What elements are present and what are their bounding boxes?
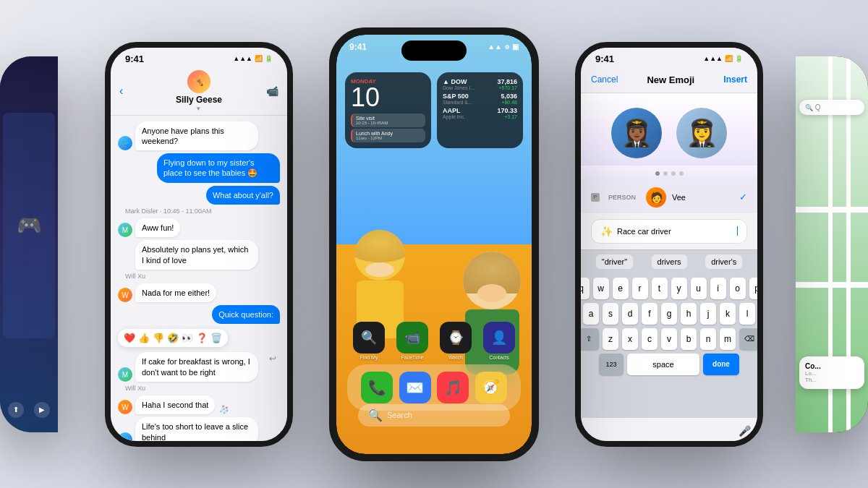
key-h[interactable]: h [681, 303, 697, 325]
maps-search-bar[interactable]: 🔍 Q [799, 100, 864, 115]
status-icons: ▲▲▲ 📶 🔋 [233, 55, 273, 62]
facetime-icon-wrap[interactable]: 📹 FaceTime [396, 322, 428, 360]
key-m[interactable]: m [720, 328, 736, 350]
message-row: M Aww fun! [118, 218, 280, 237]
key-t[interactable]: t [652, 278, 668, 299]
key-n[interactable]: n [700, 328, 716, 350]
tapback-trash[interactable]: 🗑️ [210, 333, 222, 343]
messages-nav: ‹ 🤸 Silly Geese ▾ 📹 [111, 67, 287, 116]
key-r[interactable]: r [632, 278, 648, 299]
emoji-avatar-2[interactable]: 👩‍✈️ [676, 108, 727, 158]
tapback-row[interactable]: ❤️ 👍 👎 🤣 👀 ❓ 🗑️ [118, 329, 228, 347]
dot-2 [663, 171, 668, 176]
key-i[interactable]: i [710, 278, 726, 299]
facetime-icon[interactable]: 📹 [396, 322, 428, 354]
edit-icon[interactable]: ↩ [269, 354, 276, 364]
find-my-icon[interactable]: 🔍 [353, 322, 385, 354]
tapback-laugh[interactable]: 🤣 [167, 333, 179, 343]
app-icons-row: 🔍 Find My 📹 FaceTime ⌚ Watch 👤 Contacts [347, 322, 521, 360]
tapback-thumbup[interactable]: 👍 [138, 333, 150, 343]
key-l[interactable]: l [739, 303, 755, 325]
contacts-icon-wrap[interactable]: 👤 Contacts [483, 322, 515, 360]
stocks-widget[interactable]: ▲ DOW 37,816 Dow Jones I... +570.17 S&P … [437, 72, 523, 148]
key-o[interactable]: o [730, 278, 746, 299]
chat-area: 🐦 Anyone have plans this weekend? Flying… [111, 116, 287, 441]
shift-key[interactable]: ⇧ [581, 328, 599, 350]
key-x[interactable]: x [622, 328, 638, 350]
key-w[interactable]: w [593, 278, 609, 299]
tapback-eyes[interactable]: 👀 [182, 333, 193, 343]
message-row: What about y'all? [118, 186, 280, 205]
insert-button[interactable]: Insert [723, 74, 747, 85]
contacts-icon[interactable]: 👤 [483, 322, 515, 354]
person-check-icon[interactable]: ✓ [739, 192, 747, 202]
suggestion-3[interactable]: driver's [705, 254, 742, 269]
key-k[interactable]: k [720, 303, 736, 325]
key-j[interactable]: j [700, 303, 716, 325]
signal-icon: ▲▲ [488, 43, 502, 51]
message-bubble: Anyone have plans this weekend? [135, 121, 258, 151]
video-call-button[interactable]: 📹 [266, 85, 278, 97]
key-c[interactable]: c [642, 328, 658, 350]
compass-app-icon[interactable]: 🧭 [475, 372, 507, 403]
person-row: P PERSON 🧑 Vee ✓ [581, 181, 757, 213]
home-search-bar[interactable]: 🔍 Search [358, 404, 510, 427]
cancel-button[interactable]: Cancel [591, 74, 618, 85]
phone-app-icon[interactable]: 📞 [361, 372, 393, 403]
text-cursor [737, 226, 738, 236]
key-y[interactable]: y [671, 278, 687, 299]
key-a[interactable]: a [583, 303, 599, 325]
sender-label: Mark Disler · 10:45 - 11:00AM [125, 207, 280, 215]
backspace-key[interactable]: ⌫ [739, 328, 757, 350]
wifi-icon: 📶 [725, 55, 733, 62]
person-name: Vee [672, 193, 733, 202]
key-v[interactable]: v [661, 328, 677, 350]
music-app-icon[interactable]: 🎵 [437, 372, 469, 403]
facetime-label: FaceTime [396, 355, 428, 360]
keyboard-row-3: ⇧ z x c v b n m ⌫ [584, 328, 754, 350]
key-p[interactable]: p [749, 278, 758, 299]
signal-icon: ▲▲▲ [703, 55, 723, 62]
key-b[interactable]: b [681, 328, 697, 350]
location-sub: Lo... [805, 370, 859, 377]
person-icon: P [591, 193, 600, 202]
message-bubble: Life's too short to leave a slice behind [135, 417, 258, 440]
key-d[interactable]: d [622, 303, 638, 325]
tapback-heart[interactable]: ❤️ [124, 333, 135, 343]
keyboard-row-1: q w e r t y u i o p [584, 278, 754, 299]
home-screen-phone: 9:41 ▲▲ ⌾ ▣ MONDAY 10 Site visit 10:15 -… [329, 27, 539, 461]
emoji-text-input[interactable]: ✨ Race car driver [591, 219, 747, 244]
watch-icon[interactable]: ⌚ [440, 322, 472, 354]
message-row: M If cake for breakfast is wrong, I don'… [118, 352, 280, 382]
mail-app-icon[interactable]: ✉️ [399, 372, 431, 403]
find-my-icon-wrap[interactable]: 🔍 Find My [353, 322, 385, 360]
emoji-avatar-1[interactable]: 👩🏾‍✈️ [611, 108, 662, 158]
key-z[interactable]: z [603, 328, 618, 350]
status-time: 9:41 [125, 53, 144, 64]
location-title: Co... [805, 362, 859, 370]
watch-icon-wrap[interactable]: ⌚ Watch [440, 322, 472, 360]
key-u[interactable]: u [691, 278, 707, 299]
space-key[interactable]: space [627, 354, 699, 375]
key-f[interactable]: f [642, 303, 658, 325]
suggestion-1[interactable]: "driver" [596, 254, 633, 269]
message-row: Flying down to my sister's place to see … [118, 153, 280, 183]
done-key[interactable]: done [703, 354, 739, 375]
messages-phone: 9:41 ▲▲▲ 📶 🔋 ‹ 🤸 Silly Geese ▾ 📹 🐦 [105, 42, 293, 447]
suggestion-2[interactable]: drivers [652, 254, 687, 269]
key-s[interactable]: s [603, 303, 618, 325]
sparkle-icon: ✨ [600, 226, 613, 237]
emoji-input-text[interactable]: Race car driver [617, 227, 732, 236]
tapback-question[interactable]: ❓ [196, 333, 208, 343]
status-icons: ▲▲▲ 📶 🔋 [703, 55, 743, 62]
message-row: 🐦 Anyone have plans this weekend? [118, 121, 280, 151]
numbers-key[interactable]: 123 [599, 354, 624, 375]
right-partial-phone: 🔍 Q Co... Lo... Th... [796, 56, 868, 432]
key-e[interactable]: e [613, 278, 629, 299]
key-q[interactable]: q [581, 278, 590, 299]
key-g[interactable]: g [661, 303, 677, 325]
calendar-widget[interactable]: MONDAY 10 Site visit 10:15 - 10:45AM Lun… [345, 72, 431, 148]
mic-button[interactable]: 🎤 [734, 421, 754, 441]
tapback-thumbdown[interactable]: 👎 [153, 333, 164, 343]
back-button[interactable]: ‹ [119, 85, 123, 98]
